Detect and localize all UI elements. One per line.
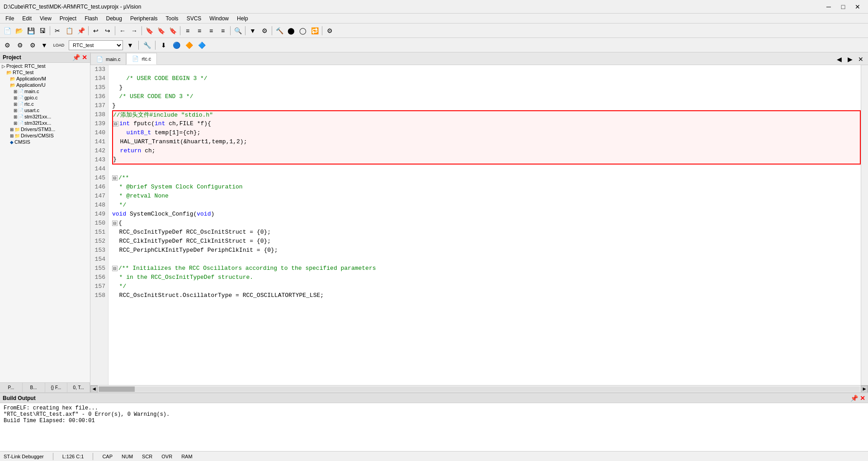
lines-button[interactable]: ≡ [206,25,217,36]
dropdown2-btn[interactable]: ▼ [125,40,136,51]
tree-item-stm1[interactable]: ⊞ 📄 stm32f1xx... [0,113,90,120]
editor-scrollbar[interactable] [861,65,868,385]
fold-btn-145[interactable]: ⊟ [112,175,118,181]
text-135: } [112,83,123,92]
status-sep2 [93,453,93,460]
target-drop-btn[interactable]: ▼ [40,40,49,51]
copy-button[interactable]: 📋 [64,25,75,36]
tree-label: main.c [24,89,39,94]
target-dropdown-btn[interactable]: ▼ [247,25,258,36]
menu-debug[interactable]: Debug [103,14,126,23]
menu-window[interactable]: Window [206,14,232,23]
menu-edit[interactable]: Edit [19,14,35,23]
build-target-btn[interactable]: 🔨 [274,25,285,36]
open-file-button[interactable]: 📂 [14,25,24,36]
nav-back-button[interactable]: ← [117,25,128,36]
fold-btn-150[interactable]: ⊟ [112,221,118,226]
load100-btn[interactable]: LOAD [51,40,67,51]
menu-svcs[interactable]: SVCS [183,14,205,23]
erase-btn[interactable]: 🔵 [171,40,182,51]
target-select[interactable]: RTC_test [69,40,123,50]
redo-button[interactable]: ↪ [102,25,113,36]
sidebar-tab-project[interactable]: P... [0,383,23,392]
tree-label: gpio.c [24,95,38,100]
menu-peripherals[interactable]: Peripherals [127,14,161,23]
save-button[interactable]: 💾 [25,25,36,36]
tab-close-btn[interactable]: ✕ [855,54,866,65]
target2-btn[interactable]: ⚙ [14,40,25,51]
sidebar-tab-functions[interactable]: {} F... [45,383,68,392]
menu-help[interactable]: Help [233,14,252,23]
tree-item-project-root[interactable]: ▷ Project: RTC_test [0,63,90,69]
tree-item-gpioc[interactable]: ⊞ 📄 gpio.c [0,94,90,101]
settings-btn[interactable]: ⚙ [324,25,335,36]
sidebar-tab-books[interactable]: B... [23,383,45,392]
bookmark2-button[interactable]: 🔖 [156,25,166,36]
run-btn[interactable]: ◯ [297,25,308,36]
tree-item-cmsis[interactable]: ◆ CMSIS [0,139,90,145]
tree-item-rtctest[interactable]: 📂 RTC_test [0,69,90,75]
comment-134: /* USER CODE BEGIN 3 */ [112,74,208,83]
horizontal-scrollbar[interactable]: ◀ ▶ [90,385,868,392]
line-134: 134 [90,74,108,83]
tab-scroll-left-btn[interactable]: ◀ [834,54,844,65]
cut-button[interactable]: ✂ [52,25,63,36]
download-btn[interactable]: ⬇ [158,40,169,51]
indent-button[interactable]: ≡ [182,25,193,36]
debug-settings-btn[interactable]: ⚙ [259,25,270,36]
line-157: 157 [90,282,108,291]
tree-item-appU[interactable]: 📂 Application/U [0,82,90,88]
scroll-left-btn[interactable]: ◀ [90,386,98,393]
scrollbar-track[interactable] [99,386,860,392]
close-sidebar-icon[interactable]: ✕ [82,54,87,61]
menu-file[interactable]: File [2,14,18,23]
outdent-button[interactable]: ≡ [194,25,205,36]
target3-btn[interactable]: ⚙ [27,40,38,51]
code-line-150: ⊟ { [112,219,861,228]
flash1-btn[interactable]: 🔶 [184,40,194,51]
tree-item-rtcc[interactable]: ⊞ 📄 rtc.c [0,101,90,107]
code-editor[interactable]: 133 134 135 136 137 138 139 140 141 142 … [90,65,868,385]
line-numbers: 133 134 135 136 137 138 139 140 141 142 … [90,65,108,385]
pin-icon-build[interactable]: 📌 [850,395,858,402]
nav-fwd-button[interactable]: → [129,25,140,36]
bookmark1-button[interactable]: 🔖 [144,25,155,36]
tree-item-mainc[interactable]: ⊞ 📄 main.c [0,88,90,94]
tree-item-usartc[interactable]: ⊞ 📄 usart.c [0,107,90,113]
stop-btn[interactable]: ⬤ [286,25,297,36]
close-build-icon[interactable]: ✕ [860,395,865,402]
code-line-158: RCC_OscInitStruct.OscillatorType = RCC_O… [112,291,861,300]
status-ovr: OVR [161,454,172,459]
cols-button[interactable]: ≡ [217,25,228,36]
step-btn[interactable]: 🔁 [309,25,320,36]
menu-tools[interactable]: Tools [162,14,182,23]
paste-button[interactable]: 📌 [75,25,86,36]
scrollbar-thumb[interactable] [99,386,135,392]
close-button[interactable]: ✕ [851,2,864,11]
flash2-btn[interactable]: 🔷 [196,40,207,51]
menu-flash[interactable]: Flash [81,14,101,23]
maximize-button[interactable]: □ [836,2,850,11]
minimize-button[interactable]: ─ [822,2,835,11]
tree-item-stm2[interactable]: ⊞ 📄 stm32f1xx... [0,120,90,126]
fold-btn-155[interactable]: ⊟ [112,266,118,271]
tree-item-drivers-cmsis[interactable]: ⊞ 📁 Drivers/CMSIS [0,132,90,139]
pin-icon[interactable]: 📌 [72,54,80,61]
target-config-btn[interactable]: ⚙ [2,40,13,51]
menu-project[interactable]: Project [56,14,80,23]
tab-mainc[interactable]: 📄 main.c [90,53,126,65]
tab-rtcc[interactable]: 📄 rtc.c [126,53,157,65]
fold-btn-139[interactable]: ⊟ [113,121,118,127]
wizard-btn[interactable]: 🔧 [142,40,152,51]
sidebar-tab-templates[interactable]: 0, T... [67,383,90,392]
bookmark3-button[interactable]: 🔖 [167,25,178,36]
new-file-button[interactable]: 📄 [2,25,13,36]
tree-item-drivers-stm[interactable]: ⊞ 📁 Drivers/STM3... [0,126,90,132]
inspect-button[interactable]: 🔍 [232,25,243,36]
tab-scroll-right-btn[interactable]: ▶ [844,54,855,65]
menu-view[interactable]: View [36,14,55,23]
scroll-right-btn[interactable]: ▶ [861,386,868,393]
tree-item-appM[interactable]: 📂 Application/M [0,75,90,82]
undo-button[interactable]: ↩ [90,25,101,36]
save-all-button[interactable]: 🖫 [37,25,48,36]
